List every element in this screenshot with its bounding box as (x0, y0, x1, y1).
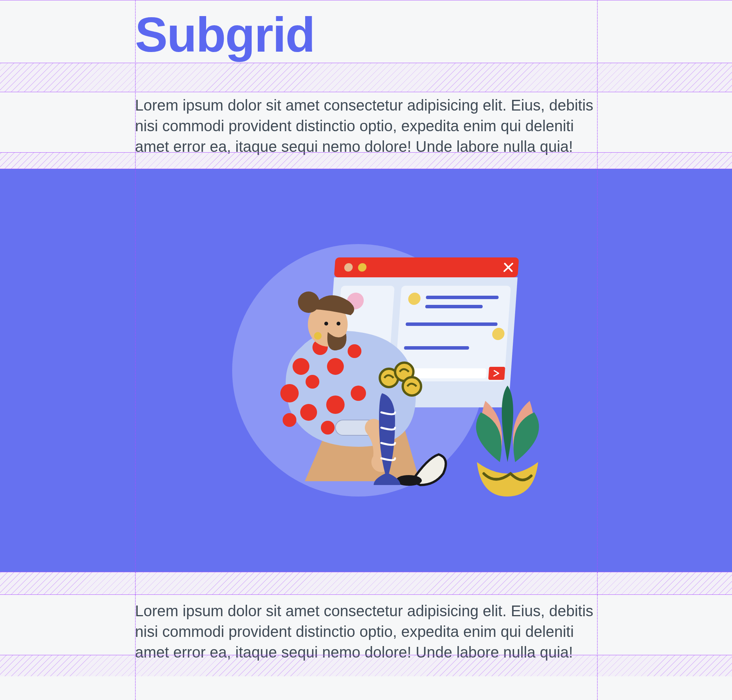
hero-illustration-panel (0, 169, 732, 572)
svg-point-24 (280, 384, 299, 402)
svg-point-27 (348, 344, 361, 358)
svg-rect-15 (425, 305, 483, 308)
page-title: Subgrid (135, 5, 315, 60)
svg-point-43 (403, 377, 421, 396)
svg-point-38 (337, 322, 340, 326)
svg-point-30 (351, 386, 366, 401)
svg-point-39 (324, 322, 328, 326)
svg-point-26 (327, 358, 344, 375)
svg-point-22 (293, 358, 309, 375)
svg-point-40 (314, 332, 322, 340)
svg-point-28 (300, 404, 317, 421)
intro-paragraph: Lorem ipsum dolor sit amet consectetur a… (135, 95, 597, 157)
svg-point-31 (283, 413, 296, 427)
svg-rect-20 (488, 367, 505, 380)
person-with-browser-illustration (175, 213, 557, 527)
svg-rect-18 (404, 346, 469, 350)
svg-point-29 (326, 396, 345, 414)
svg-point-32 (321, 421, 335, 435)
svg-rect-14 (426, 296, 499, 299)
paragraph-2: Lorem ipsum dolor sit amet consectetur a… (135, 601, 597, 663)
svg-point-25 (306, 375, 319, 389)
svg-point-37 (298, 291, 319, 313)
svg-rect-16 (405, 322, 498, 326)
